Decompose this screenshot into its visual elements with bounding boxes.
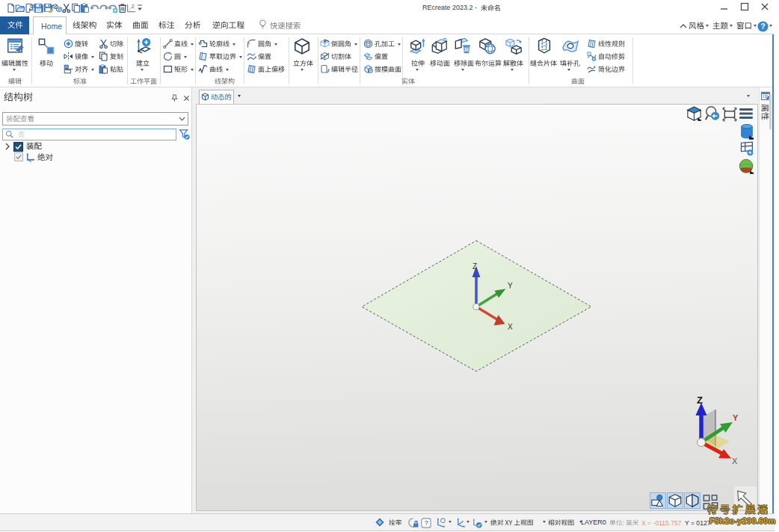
svg-text:?: ? [760, 22, 765, 31]
svg-text:Y: Y [508, 282, 513, 290]
svg-text:Y: Y [733, 413, 739, 422]
svg-text:X: X [732, 457, 738, 466]
svg-text:Z: Z [697, 395, 703, 406]
svg-text:X: X [508, 323, 513, 331]
svg-text:Z: Z [472, 262, 477, 270]
